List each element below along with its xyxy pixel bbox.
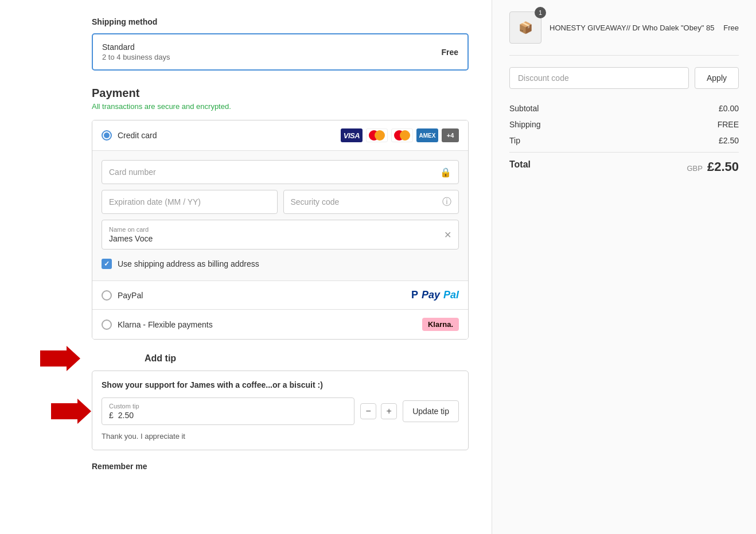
klarna-label: Klarna - Flexible payments	[118, 320, 213, 329]
paypal-option[interactable]: PayPal P PayPal	[92, 281, 468, 310]
subtotal-label: Subtotal	[509, 104, 539, 113]
paypal-label: PayPal	[118, 291, 143, 300]
add-tip-header: Add tip	[92, 353, 469, 364]
remember-me-section: Remember me	[92, 462, 469, 471]
item-quantity-badge: 1	[535, 7, 546, 18]
total-row: Total GBP £2.50	[509, 152, 739, 178]
tip-amount-input[interactable]	[118, 411, 153, 420]
right-panel: 📦 1 HONESTY GIVEAWAY// Dr Who Dalek "Obe…	[492, 0, 756, 534]
tip-input-group[interactable]: Custom tip £	[102, 397, 354, 425]
shipping-option-details: Standard 2 to 4 business days	[102, 42, 170, 61]
shipping-title: Shipping method	[92, 17, 469, 26]
item-price: Free	[723, 24, 739, 32]
add-tip-section: Add tip Show your support for James with…	[92, 353, 469, 450]
tip-increment-button[interactable]: +	[381, 403, 397, 419]
expiry-field[interactable]	[102, 190, 278, 214]
klarna-option-left: Klarna - Flexible payments	[102, 319, 213, 330]
tip-stepper: − +	[360, 403, 397, 419]
red-arrow-icon-2	[51, 399, 91, 424]
shipping-method-section: Shipping method Standard 2 to 4 business…	[92, 17, 469, 71]
update-tip-button[interactable]: Update tip	[403, 400, 459, 422]
subtotal-row: Subtotal £0.00	[509, 100, 739, 116]
paypal-pal: Pal	[443, 289, 459, 301]
shipping-label: Shipping	[509, 120, 541, 129]
klarna-radio[interactable]	[102, 319, 112, 330]
tip-input-label: Custom tip	[109, 403, 347, 410]
shipping-price: Free	[441, 48, 458, 57]
klarna-option[interactable]: Klarna - Flexible payments Klarna.	[92, 310, 468, 339]
tip-currency-symbol: £	[109, 411, 114, 420]
name-on-card-input[interactable]	[109, 234, 451, 243]
mastercard-icon	[366, 128, 388, 142]
item-details: HONESTY GIVEAWAY// Dr Who Dalek "Obey" 8…	[550, 24, 715, 32]
payment-title: Payment	[92, 87, 469, 100]
totals-table: Subtotal £0.00 Shipping FREE Tip £2.50 T…	[509, 100, 739, 178]
total-right: GBP £2.50	[687, 159, 739, 174]
tip-input-value-row: £	[109, 411, 347, 420]
paypal-text: Pay	[422, 289, 440, 301]
shipping-row: Shipping FREE	[509, 116, 739, 132]
tip-label: Tip	[509, 136, 520, 145]
svg-marker-0	[40, 346, 80, 371]
order-item: 📦 1 HONESTY GIVEAWAY// Dr Who Dalek "Obe…	[509, 11, 739, 56]
name-card-close-icon[interactable]: ✕	[444, 229, 451, 240]
tip-thank-you: Thank you. I appreciate it	[102, 432, 459, 441]
more-cards-icon: +4	[442, 128, 459, 142]
lock-icon: 🔒	[440, 167, 451, 178]
svg-marker-1	[51, 399, 91, 424]
subtotal-value: £0.00	[719, 104, 739, 113]
shipping-option[interactable]: Standard 2 to 4 business days Free	[92, 33, 469, 71]
shipping-days: 2 to 4 business days	[102, 53, 170, 61]
credit-card-option-left: Credit card	[102, 130, 157, 141]
remember-me-title: Remember me	[92, 462, 469, 471]
klarna-badge: Klarna.	[422, 318, 459, 331]
credit-card-option[interactable]: Credit card VISA	[92, 120, 468, 151]
tip-support-strong: Show your support for James with a coffe…	[102, 380, 323, 389]
apply-discount-button[interactable]: Apply	[695, 67, 739, 89]
tip-decrement-button[interactable]: −	[360, 403, 376, 419]
security-code-field[interactable]: ⓘ	[283, 190, 459, 214]
red-arrow-icon-1	[40, 346, 80, 371]
security-code-input[interactable]	[291, 197, 443, 206]
billing-checkbox-input[interactable]	[102, 259, 112, 269]
add-tip-title: Add tip	[145, 353, 176, 364]
item-image-wrap: 📦 1	[509, 11, 541, 44]
tip-custom-row: Custom tip £ − + Update tip	[102, 397, 459, 425]
name-on-card-label: Name on card	[109, 226, 451, 233]
tip-support-text: Show your support for James with a coffe…	[102, 380, 459, 389]
credit-card-radio[interactable]	[102, 130, 112, 141]
item-name: HONESTY GIVEAWAY// Dr Who Dalek "Obey" 8…	[550, 24, 715, 32]
card-number-field[interactable]: 🔒	[102, 160, 459, 184]
tip-custom-area: Custom tip £ − + Update tip	[102, 397, 459, 425]
expiry-input[interactable]	[109, 197, 270, 206]
total-label: Total	[509, 159, 531, 174]
billing-checkbox-label: Use shipping address as billing address	[118, 259, 259, 268]
name-on-card-field[interactable]: Name on card ✕	[102, 220, 459, 250]
tip-total-value: £2.50	[719, 136, 739, 145]
payment-options-box: Credit card VISA	[92, 120, 469, 340]
visa-icon: VISA	[341, 128, 363, 142]
card-icons: VISA AME	[341, 128, 459, 142]
discount-row: Apply	[509, 67, 739, 89]
card-form: 🔒 ⓘ Name on card ✕	[92, 151, 468, 281]
help-icon: ⓘ	[442, 196, 451, 208]
credit-card-label: Credit card	[118, 131, 157, 140]
paypal-logo: P PayPal	[411, 289, 459, 301]
tip-row: Tip £2.50	[509, 132, 739, 149]
payment-section: Payment All transactions are secure and …	[92, 87, 469, 340]
discount-code-input[interactable]	[509, 67, 689, 89]
card-expiry-security-row: ⓘ	[102, 190, 459, 214]
paypal-p-icon: P	[411, 289, 418, 301]
billing-address-checkbox-row[interactable]: Use shipping address as billing address	[102, 256, 459, 271]
tip-box: Show your support for James with a coffe…	[92, 371, 469, 450]
paypal-option-left: PayPal	[102, 290, 143, 301]
shipping-value: FREE	[718, 120, 739, 129]
payment-subtitle: All transactions are secure and encrypte…	[92, 102, 469, 111]
total-amount: £2.50	[707, 159, 739, 174]
total-currency: GBP	[687, 164, 702, 173]
shipping-method-name: Standard	[102, 42, 170, 52]
paypal-radio[interactable]	[102, 290, 112, 301]
mastercard2-icon	[391, 128, 413, 142]
amex-icon: AMEX	[416, 128, 438, 142]
card-number-input[interactable]	[109, 167, 440, 177]
